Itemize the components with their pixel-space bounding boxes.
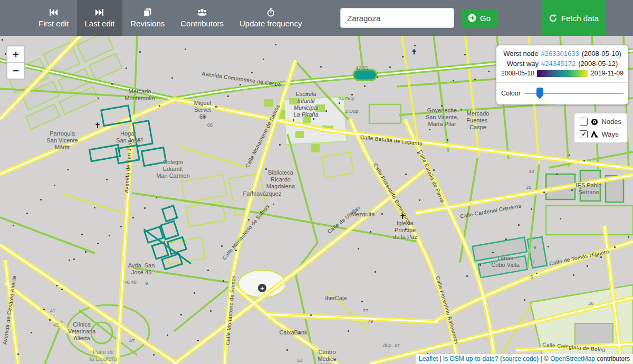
copy-stack-icon <box>143 8 152 17</box>
nav-label: Revisions <box>130 19 165 28</box>
attribution: Leaflet | Is OSM up-to-date? (source cod… <box>416 354 633 364</box>
worst-way-date: (2008-05-12) <box>578 60 618 68</box>
go-button[interactable]: Go <box>461 9 497 27</box>
layer-row-nodes[interactable]: Nodes <box>580 118 621 126</box>
worst-node-link[interactable]: #263301633 <box>541 50 579 58</box>
scale-start-date: 2008-05-10 <box>501 70 534 77</box>
fetch-data-button[interactable]: Fetch data <box>542 0 606 36</box>
worst-node-label: Worst node <box>503 50 538 58</box>
layers-control: Nodes ✓ Ways <box>573 112 628 143</box>
attribution-text: | <box>438 355 443 362</box>
layer-row-ways[interactable]: ✓ Ways <box>580 130 621 138</box>
scale-end-date: 2019-11-09 <box>591 70 624 77</box>
refresh-icon <box>549 14 558 23</box>
nav-label: First edit <box>39 19 69 28</box>
attribution-text: ( <box>498 355 502 362</box>
date-scale: 2008-05-10 2019-11-09 <box>501 70 624 77</box>
attribution-text: | © <box>539 355 550 362</box>
map[interactable]: Mercado MontemolínMiguel Servet 60Parroq… <box>0 36 633 364</box>
search-input[interactable] <box>340 8 454 28</box>
attribution-link[interactable]: source code <box>502 355 536 362</box>
fetch-label: Fetch data <box>561 14 599 23</box>
worst-node-date: (2008-05-10) <box>582 50 621 58</box>
nav-label: Update frequency <box>239 19 302 28</box>
way-icon <box>591 131 598 138</box>
ways-checkbox[interactable]: ✓ <box>580 130 588 138</box>
toolbar: First edit Last edit Revisions <box>0 0 633 36</box>
node-icon <box>591 118 598 126</box>
search-group: Go <box>340 0 497 36</box>
nav-last-edit[interactable]: Last edit <box>77 0 123 36</box>
attribution-text: contributors <box>595 355 630 362</box>
skip-forward-icon <box>95 8 104 17</box>
people-icon <box>197 8 207 17</box>
nav-revisions[interactable]: Revisions <box>122 0 172 36</box>
worst-way-label: Worst way <box>507 60 539 68</box>
zoom-out-button[interactable]: − <box>7 63 24 79</box>
layer-label-nodes: Nodes <box>601 118 621 126</box>
colour-slider[interactable] <box>524 88 624 99</box>
layer-label-ways: Ways <box>601 130 618 138</box>
go-label: Go <box>480 14 491 23</box>
arrow-right-circle-icon <box>468 14 476 22</box>
nodes-checkbox[interactable] <box>580 118 588 126</box>
attribution-link[interactable]: Is OSM up-to-date? <box>443 355 498 362</box>
legend-panel: Worst node #263301633 (2008-05-10) Worst… <box>496 45 628 104</box>
viridis-gradient-bar <box>537 70 588 77</box>
app-window: First edit Last edit Revisions <box>0 0 633 364</box>
nav-contributors[interactable]: Contributors <box>172 0 232 36</box>
zoom-in-button[interactable]: + <box>7 46 24 63</box>
colour-row: Colour <box>501 88 624 99</box>
worst-way-row: Worst way #24345172 (2008-05-12) <box>501 60 624 68</box>
worst-node-row: Worst node #263301633 (2008-05-10) <box>501 50 624 58</box>
skip-backward-icon <box>49 8 58 17</box>
legend-divider <box>496 82 628 83</box>
attribution-link[interactable]: Leaflet <box>419 355 438 362</box>
nav-first-edit[interactable]: First edit <box>31 0 77 36</box>
attribution-link[interactable]: OpenStreetMap <box>550 355 595 362</box>
colour-label: Colour <box>501 90 521 97</box>
nav-update-frequency[interactable]: Update frequency <box>232 0 310 36</box>
zoom-control: + − <box>6 45 25 80</box>
stopwatch-icon <box>266 8 275 17</box>
worst-way-link[interactable]: #24345172 <box>541 60 576 68</box>
nav-label: Contributors <box>180 19 224 28</box>
nav-label: Last edit <box>85 19 115 28</box>
